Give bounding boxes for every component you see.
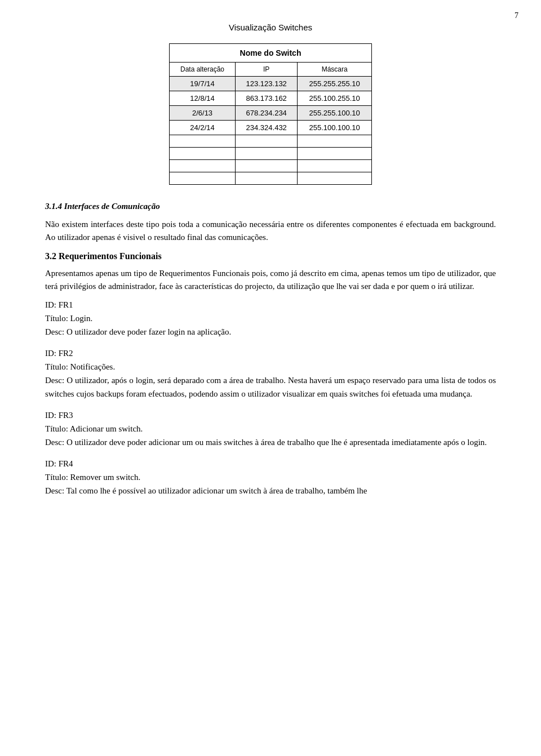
table-row [170, 160, 372, 172]
col-header-mask: Máscara [298, 63, 372, 77]
fr-item-4: ID: FR4Título: Remover um switch.Desc: T… [45, 457, 496, 497]
section-32-para1: Apresentamos apenas um tipo de Requerime… [45, 267, 496, 292]
fr-title-1: Título: Login. [45, 312, 496, 325]
section-32-heading: 3.2 Requerimentos Funcionais [45, 251, 496, 261]
section-314-heading: 3.1.4 Interfaces de Comunicação [45, 202, 496, 211]
switch-table-container: Nome do Switch Data alteração IP Máscara… [45, 43, 496, 185]
table-row: 2/6/13678.234.234255.255.100.10 [170, 106, 372, 121]
fr-items-container: ID: FR1Título: Login.Desc: O utilizador … [45, 298, 496, 497]
section-314-para1: Não existem interfaces deste tipo pois t… [45, 218, 496, 243]
switch-name-header: Nome do Switch [170, 44, 372, 63]
table-row [170, 148, 372, 160]
fr-desc-4: Desc: Tal como lhe é possível ao utiliza… [45, 484, 496, 497]
table-row: 24/2/14234.324.432255.100.100.10 [170, 121, 372, 135]
fr-desc-1: Desc: O utilizador deve poder fazer logi… [45, 325, 496, 339]
table-row: 19/7/14123.123.132255.255.255.10 [170, 77, 372, 91]
page-title: Visualização Switches [45, 23, 496, 32]
col-header-ip: IP [236, 63, 298, 77]
fr-desc-3: Desc: O utilizador deve poder adicionar … [45, 435, 496, 449]
fr-title-2: Título: Notificações. [45, 360, 496, 373]
fr-id-3: ID: FR3 [45, 408, 496, 422]
table-row: 12/8/14863.173.162255.100.255.10 [170, 91, 372, 106]
fr-id-2: ID: FR2 [45, 346, 496, 360]
fr-item-2: ID: FR2Título: Notificações.Desc: O util… [45, 346, 496, 401]
table-row [170, 135, 372, 148]
fr-title-3: Título: Adicionar um switch. [45, 422, 496, 435]
fr-desc-2: Desc: O utilizador, após o login, será d… [45, 373, 496, 401]
table-row [170, 172, 372, 185]
fr-item-3: ID: FR3Título: Adicionar um switch.Desc:… [45, 408, 496, 449]
page-number: 7 [515, 11, 518, 20]
switch-table: Nome do Switch Data alteração IP Máscara… [169, 43, 372, 185]
col-header-date: Data alteração [170, 63, 236, 77]
fr-id-1: ID: FR1 [45, 298, 496, 312]
fr-title-4: Título: Remover um switch. [45, 470, 496, 484]
fr-item-1: ID: FR1Título: Login.Desc: O utilizador … [45, 298, 496, 339]
fr-id-4: ID: FR4 [45, 457, 496, 470]
